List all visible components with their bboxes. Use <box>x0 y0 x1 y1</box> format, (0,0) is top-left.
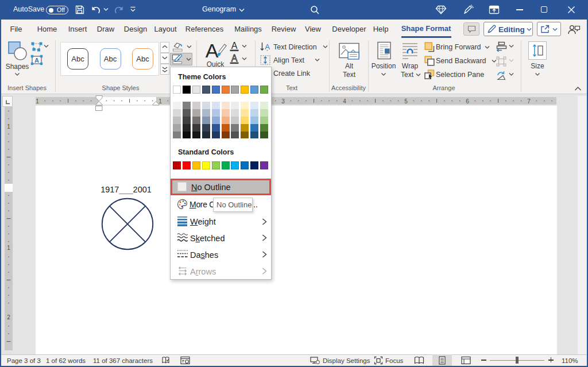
svg-text:A: A <box>231 53 238 63</box>
svg-text:1: 1 <box>7 245 10 251</box>
svg-text:6: 6 <box>466 98 469 105</box>
svg-text:A: A <box>34 57 39 64</box>
svg-text:2: 2 <box>7 314 10 320</box>
svg-text:4: 4 <box>343 98 346 105</box>
svg-text:A: A <box>231 41 238 51</box>
svg-text:5: 5 <box>404 98 408 105</box>
svg-text:1: 1 <box>36 98 39 105</box>
svg-text:1: 1 <box>7 123 10 130</box>
svg-text:1: 1 <box>158 98 162 105</box>
svg-text:7: 7 <box>527 98 531 105</box>
svg-text:A: A <box>206 40 219 61</box>
svg-text:3: 3 <box>281 98 285 105</box>
svg-text:A: A <box>265 43 270 51</box>
